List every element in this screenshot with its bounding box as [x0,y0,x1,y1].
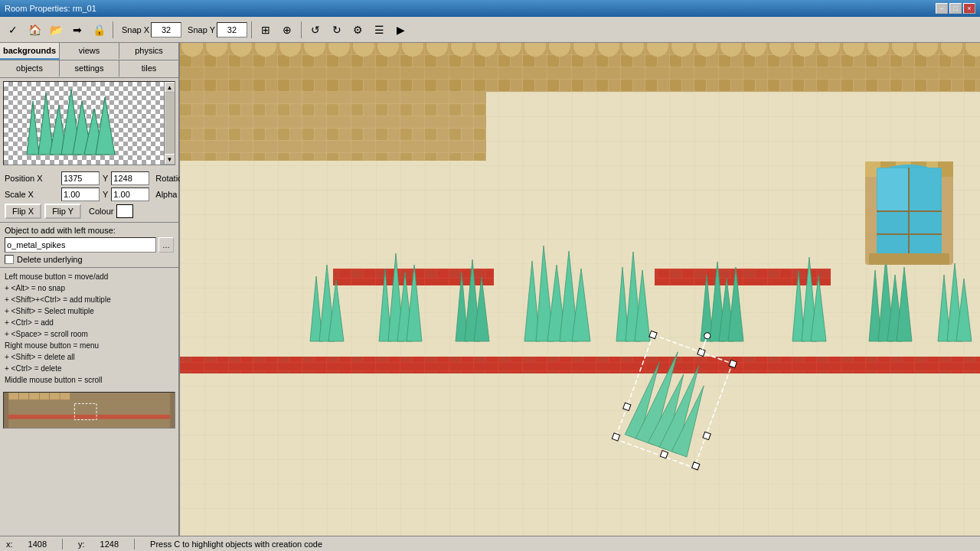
snap-x-input[interactable] [151,22,181,37]
mini-map[interactable] [3,392,175,429]
statusbar: x: 1408 y: 1248 Press C to highlight obj… [0,536,980,551]
scroll-track[interactable] [165,93,175,154]
open-button[interactable]: 📂 [46,20,66,40]
object-input[interactable] [5,237,156,253]
instr-line7: Right mouse button = menu [5,340,174,351]
status-y-val: 1248 [100,540,119,549]
instr-line6: + <Space> = scroll room [5,328,174,340]
scale-x-input[interactable] [61,187,100,201]
preview-sprite [11,86,142,162]
svg-rect-127 [877,168,908,210]
status-x-label: x: [6,540,13,549]
confirm-button[interactable]: ✓ [3,20,23,40]
room-view: M [180,43,980,536]
svg-rect-65 [655,269,831,285]
tab-settings[interactable]: settings [60,60,119,77]
object-label: Object to add with left mouse: [5,226,174,235]
status-hint: Press C to highlight objects with creati… [150,540,322,549]
svg-rect-11 [39,393,49,400]
snap-y-label: Snap Y [188,25,215,34]
grid-toggle[interactable]: ⊞ [256,20,276,40]
delete-checkbox[interactable] [5,255,14,264]
svg-rect-128 [910,168,940,210]
export-button[interactable]: ➡ [67,20,87,40]
settings-icon[interactable]: ⚙ [348,20,368,40]
main-area: backgrounds views physics objects settin… [0,43,980,536]
preview-scrollbar[interactable]: ▲ ▼ [164,82,175,165]
instr-line1: Left mouse button = move/add [5,271,174,282]
zoom-out[interactable]: ↺ [305,20,325,40]
svg-rect-66 [180,357,980,373]
snap-y-input[interactable] [217,22,247,37]
tab-views[interactable]: views [60,43,119,60]
object-input-row: … [5,237,174,253]
sep1 [113,21,113,38]
pos-x-label: Position X [5,174,58,183]
position-row: Position X Y Rotation [5,171,174,185]
delete-row: Delete underlying [5,255,174,264]
close-button[interactable]: × [963,3,975,14]
instr-line2: + <Alt> = no snap [5,282,174,294]
tab-row-1: backgrounds views physics [0,43,178,60]
tab-backgrounds[interactable]: backgrounds [0,43,60,60]
titlebar: Room Properties: rm_01 − □ × [0,0,980,17]
toolbar: ✓ 🏠 📂 ➡ 🔒 Snap X Snap Y ⊞ ⊕ ↺ ↻ ⚙ ☰ ▶ [0,17,980,43]
scroll-up[interactable]: ▲ [165,82,175,93]
left-panel: backgrounds views physics objects settin… [0,43,180,536]
scroll-down[interactable]: ▼ [165,154,175,165]
snap-x-label: Snap X [122,25,149,34]
flip-y-button[interactable]: Flip Y [44,204,81,219]
properties-panel: Position X Y Rotation Scale X Y Alpha Fl… [0,168,178,222]
status-x-val: 1408 [28,540,47,549]
minimize-button[interactable]: − [936,3,948,14]
instr-line9: + <Ctrl> = delete [5,363,174,374]
flip-x-button[interactable]: Flip X [5,204,41,219]
snap-toggle[interactable]: ⊕ [277,20,297,40]
home-button[interactable]: 🏠 [24,20,44,40]
tab-objects[interactable]: objects [0,60,60,77]
instr-line3: + <Shift>+<Ctrl> = add multiple [5,294,174,305]
browse-button[interactable]: … [158,237,174,253]
tab-tiles[interactable]: tiles [119,60,178,77]
status-sep1 [62,539,63,549]
svg-marker-6 [96,97,115,155]
instr-line8: + <Shift> = delete all [5,351,174,363]
sprite-preview: ▲ ▼ [3,81,175,165]
pos-y-input[interactable] [111,171,149,185]
instr-line4: + <Shift> = Select multiple [5,305,174,317]
list-icon[interactable]: ☰ [370,20,390,40]
canvas-area[interactable]: M [180,43,980,536]
tab-row-2: objects settings tiles [0,60,178,78]
svg-rect-12 [50,393,60,400]
svg-rect-8 [8,393,18,400]
svg-rect-129 [869,253,949,265]
zoom-in[interactable]: ↻ [327,20,347,40]
colour-picker[interactable] [116,204,133,218]
svg-rect-9 [19,393,29,400]
pos-x-input[interactable] [61,171,100,185]
instr-line5: + <Ctrl> = add [5,317,174,328]
status-y-label: y: [78,540,85,549]
sep2 [251,21,252,38]
scale-row: Scale X Y Alpha [5,187,174,201]
colour-label: Colour [89,207,113,216]
scale-y-input[interactable] [111,187,149,201]
titlebar-title: Room Properties: rm_01 [5,4,96,13]
alpha-label: Alpha [155,190,177,199]
svg-marker-0 [27,101,39,155]
flip-row: Flip X Flip Y Colour [5,204,174,219]
titlebar-controls: − □ × [936,3,975,14]
svg-rect-14 [8,415,170,419]
tab-physics[interactable]: physics [119,43,178,60]
instr-line10: Middle mouse button = scroll [5,374,174,386]
maximize-button[interactable]: □ [949,3,962,14]
delete-label: Delete underlying [17,255,83,264]
play-icon[interactable]: ▶ [391,20,411,40]
status-sep2 [134,539,135,549]
svg-rect-13 [60,393,70,400]
svg-rect-10 [29,393,39,400]
scale-x-label: Scale X [5,190,58,199]
sep3 [301,21,302,38]
object-section: Object to add with left mouse: … Delete … [0,222,178,267]
lock-button[interactable]: 🔒 [89,20,109,40]
